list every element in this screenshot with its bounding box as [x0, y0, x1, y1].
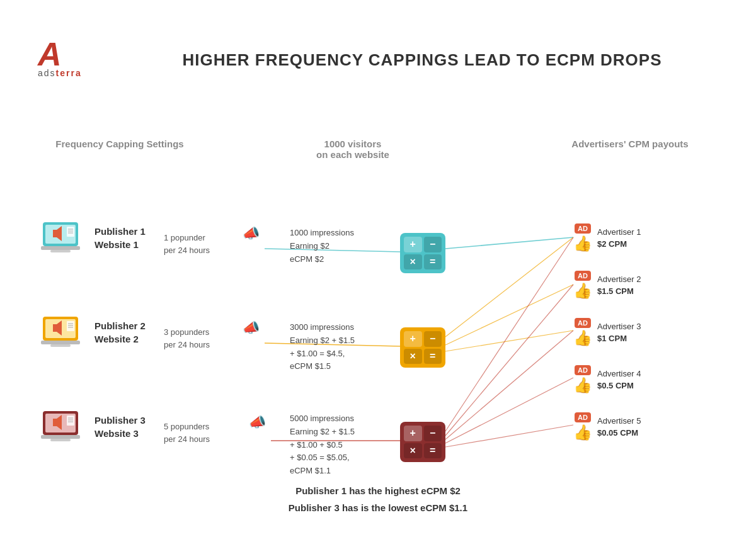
- advertiser-2-item: AD 👍 Advertiser 2 $1.5 CPM: [573, 271, 641, 300]
- megaphone-1-icon: 📣: [243, 225, 260, 242]
- page-title: HIGHER FREQUENCY CAPPINGS LEAD TO ECPM D…: [126, 50, 718, 70]
- advertiser-2-thumb-icon: 👍: [573, 282, 592, 300]
- footer-line-2: Publisher 3 has is the lowest eCPM $1.1: [0, 499, 756, 516]
- impressions-1-text: 1000 impressionsEarning $2eCPM $2: [290, 227, 354, 266]
- advertiser-1-badge: AD: [575, 223, 591, 234]
- freq-1-text: 1 popunderper 24 hours: [164, 232, 210, 256]
- logo-text: adsterra: [38, 68, 82, 78]
- col-header-freq: Frequency Capping Settings: [38, 138, 202, 149]
- freq-2-text: 3 popundersper 24 hours: [164, 326, 210, 351]
- calc-3-equals: =: [424, 443, 442, 459]
- calc-1-minus: −: [424, 237, 442, 252]
- freq-3-text: 5 popundersper 24 hours: [164, 421, 210, 445]
- calc-1-equals: =: [424, 254, 442, 270]
- impressions-3-text: 5000 impressionsEarning $2 + $1.5+ $1.00…: [290, 412, 355, 478]
- footer-line-1: Publisher 1 has the highest eCPM $2: [0, 482, 756, 499]
- col-header-visitors-text: 1000 visitorson each website: [316, 138, 389, 160]
- advertiser-3-item: AD 👍 Advertiser 3 $1 CPM: [573, 318, 641, 347]
- advertiser-4-item: AD 👍 Advertiser 4 $0.5 CPM: [573, 365, 641, 394]
- megaphone-3-icon: 📣: [249, 414, 266, 431]
- svg-line-1: [445, 237, 573, 249]
- advertiser-3-label: Advertiser 3 $1 CPM: [597, 320, 641, 345]
- calc-2-equals: =: [424, 349, 442, 365]
- calc-2-minus: −: [424, 331, 442, 347]
- svg-rect-27: [67, 321, 74, 331]
- calculator-2: + − × =: [400, 327, 445, 368]
- svg-rect-26: [50, 344, 71, 347]
- publisher-2-laptop-icon: [38, 312, 88, 353]
- publisher-3-label: Publisher 3Website 3: [94, 414, 146, 440]
- advertiser-4-badge: AD: [575, 365, 591, 375]
- svg-line-5: [445, 331, 573, 351]
- advertiser-2-label: Advertiser 2 $1.5 CPM: [597, 273, 641, 298]
- svg-line-8: [445, 285, 573, 436]
- svg-rect-17: [50, 250, 71, 252]
- publisher-1-label: Publisher 1Website 1: [94, 225, 146, 251]
- svg-line-3: [445, 237, 573, 337]
- svg-rect-34: [41, 435, 80, 439]
- advertiser-1-item: AD 👍 Advertiser 1 $2 CPM: [573, 223, 641, 252]
- publisher-2-label: Publisher 2Website 2: [94, 319, 146, 346]
- svg-rect-18: [67, 227, 74, 237]
- svg-rect-15: [57, 231, 62, 236]
- col-header-cpm: Advertisers' CPM payouts: [548, 138, 712, 149]
- connection-lines: [0, 0, 756, 554]
- logo-letter: A: [38, 38, 82, 71]
- svg-rect-36: [67, 416, 74, 426]
- footer-note: Publisher 1 has the highest eCPM $2 Publ…: [0, 482, 756, 516]
- calc-1-times: ×: [404, 254, 422, 270]
- advertiser-4-thumb-icon: 👍: [573, 376, 592, 394]
- calc-1-plus: +: [404, 237, 422, 252]
- advertiser-5-badge: AD: [575, 412, 591, 422]
- publisher-1-laptop-icon: [38, 217, 88, 258]
- calculator-3: + − × =: [400, 422, 445, 462]
- svg-rect-16: [41, 246, 80, 250]
- megaphone-2-icon: 📣: [243, 320, 260, 336]
- calc-2-times: ×: [404, 349, 422, 365]
- advertiser-1-label: Advertiser 1 $2 CPM: [597, 226, 641, 251]
- svg-line-7: [445, 237, 573, 431]
- advertiser-5-item: AD 👍 Advertiser 5 $0.05 CPM: [573, 412, 641, 441]
- calculator-1: + − × =: [400, 233, 445, 273]
- advertiser-3-thumb-icon: 👍: [573, 329, 592, 347]
- advertiser-3-badge: AD: [575, 318, 591, 328]
- svg-line-11: [445, 425, 573, 447]
- advertiser-5-label: Advertiser 5 $0.05 CPM: [597, 415, 641, 439]
- calc-3-minus: −: [424, 426, 442, 441]
- advertiser-1-thumb-icon: 👍: [573, 235, 592, 252]
- publisher-3-laptop-icon: [38, 406, 88, 447]
- svg-rect-35: [50, 439, 71, 441]
- calc-3-plus: +: [404, 426, 422, 441]
- logo: A adsterra: [38, 38, 82, 78]
- svg-rect-25: [41, 341, 80, 344]
- svg-line-10: [445, 378, 573, 443]
- advertiser-4-label: Advertiser 4 $0.5 CPM: [597, 368, 641, 392]
- svg-line-9: [445, 331, 573, 439]
- calc-2-plus: +: [404, 331, 422, 347]
- impressions-2-text: 3000 impressionsEarning $2 + $1.5+ $1.00…: [290, 321, 355, 373]
- advertiser-5-thumb-icon: 👍: [573, 424, 592, 441]
- svg-line-4: [445, 285, 573, 345]
- advertiser-2-badge: AD: [575, 271, 591, 281]
- calc-3-times: ×: [404, 443, 422, 459]
- col-header-visitors: 1000 visitorson each website: [290, 138, 416, 160]
